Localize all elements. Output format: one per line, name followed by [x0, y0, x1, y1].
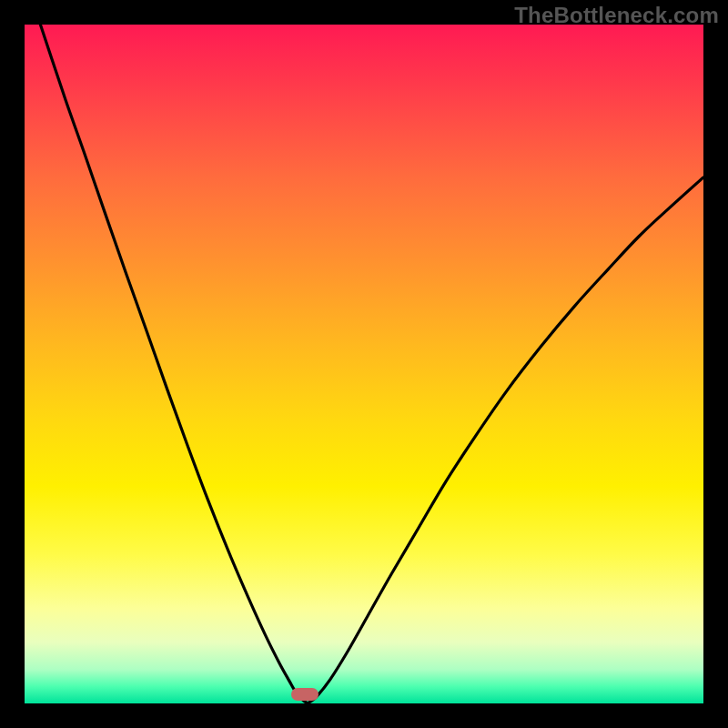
curve-layer: [25, 25, 703, 703]
optimum-marker: [291, 688, 318, 701]
curve-right: [308, 177, 703, 703]
curve-left: [25, 25, 308, 703]
plot-area: [25, 25, 703, 703]
chart-frame: TheBottleneck.com: [0, 0, 728, 728]
watermark-text: TheBottleneck.com: [514, 3, 719, 28]
